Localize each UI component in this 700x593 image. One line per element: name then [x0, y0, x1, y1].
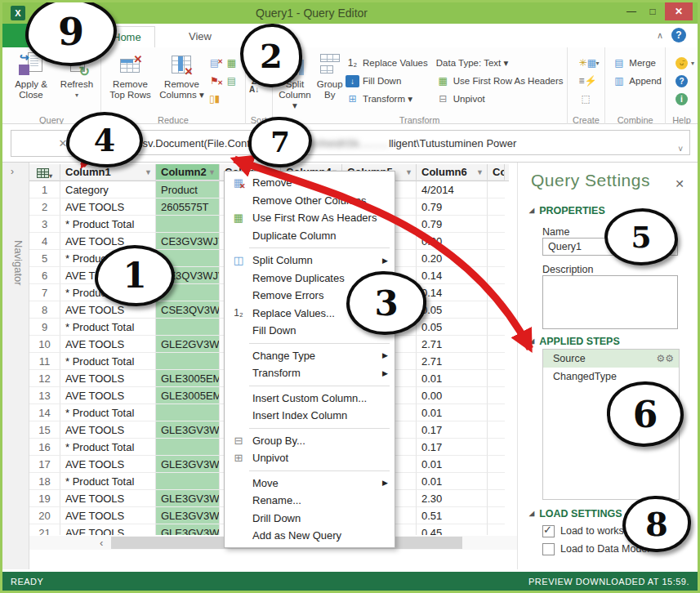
table-cell[interactable]: AVE TOOLS: [60, 524, 156, 535]
formula-expand-icon[interactable]: ˅: [678, 138, 683, 155]
table-cell[interactable]: 0.17: [417, 439, 488, 456]
table-cell[interactable]: AVE TOOLS: [60, 507, 156, 524]
table-cell[interactable]: AVE TOOLS: [60, 198, 156, 216]
menu-item[interactable]: Change Type▶: [225, 347, 395, 365]
table-cell[interactable]: AVE TOOLS: [60, 456, 156, 473]
table-cell[interactable]: [488, 284, 505, 301]
pane-close-icon[interactable]: ✕: [675, 177, 684, 190]
recent-sources-button[interactable]: ≡⚡: [579, 72, 600, 90]
menu-item[interactable]: ◫Split Column▶: [225, 252, 395, 270]
merge-columns-button[interactable]: ▯▮: [207, 90, 242, 108]
table-cell[interactable]: GLE3GV3WJ: [156, 507, 220, 524]
table-cell[interactable]: [488, 473, 505, 490]
table-cell[interactable]: 0.01: [417, 370, 488, 387]
table-cell[interactable]: 0.45: [417, 524, 488, 535]
load-to-worksheet-checkbox[interactable]: [542, 525, 555, 537]
table-cell[interactable]: * Product Total: [60, 473, 156, 490]
table-cell[interactable]: [156, 473, 220, 490]
navigator-expand-icon[interactable]: ›: [11, 166, 14, 177]
table-cell[interactable]: 0.01: [417, 404, 488, 421]
filter-icon[interactable]: ▼: [208, 164, 216, 181]
table-cell[interactable]: 0.14: [417, 284, 488, 301]
description-input[interactable]: [542, 275, 678, 329]
row-number[interactable]: 18: [29, 473, 60, 490]
maximize-button[interactable]: □: [642, 3, 663, 20]
row-number[interactable]: 17: [29, 456, 60, 473]
table-cell[interactable]: [488, 198, 505, 216]
row-number[interactable]: 20: [29, 507, 60, 524]
replace-values-button[interactable]: 1₂Replace Values: [346, 54, 428, 72]
row-number[interactable]: 19: [29, 490, 60, 507]
help-icon[interactable]: ?: [671, 28, 686, 42]
table-cell[interactable]: 0.01: [417, 473, 488, 490]
filter-icon[interactable]: ▼: [405, 164, 412, 181]
table-cell[interactable]: 2.30: [417, 490, 488, 507]
table-cell[interactable]: [488, 387, 505, 404]
row-number[interactable]: 7: [29, 284, 60, 301]
table-cell[interactable]: * Product Total: [60, 319, 156, 336]
row-number[interactable]: 12: [29, 370, 60, 387]
table-cell[interactable]: [488, 370, 505, 387]
table-cell[interactable]: [488, 301, 505, 319]
menu-item[interactable]: Remove Other Columns: [225, 192, 395, 210]
table-cell[interactable]: [488, 490, 505, 507]
table-cell[interactable]: 0.20: [417, 250, 488, 267]
row-number[interactable]: 5: [29, 250, 60, 267]
menu-item[interactable]: ⊞Unpivot: [225, 449, 395, 467]
table-cell[interactable]: 0.05: [417, 301, 488, 319]
table-cell[interactable]: 0.20: [417, 233, 488, 250]
collapse-ribbon-icon[interactable]: ∧: [657, 30, 663, 41]
menu-item[interactable]: ▦Remove: [225, 174, 395, 192]
column-header[interactable]: Column6▼: [417, 164, 488, 181]
menu-item[interactable]: Duplicate Column: [225, 227, 395, 245]
row-number[interactable]: 13: [29, 387, 60, 404]
table-cell[interactable]: 2605575T: [156, 198, 220, 216]
table-cell[interactable]: 0.14: [417, 267, 488, 284]
table-cell[interactable]: * Product Total: [60, 404, 156, 421]
formula-input[interactable]: = Csv.Document(File.Contents("C:\Users\h…: [118, 130, 690, 155]
table-cell[interactable]: 2.71: [417, 353, 488, 370]
append-button[interactable]: ▥Append: [612, 72, 662, 90]
menu-item[interactable]: Add as New Query: [225, 527, 395, 545]
table-cell[interactable]: [488, 456, 505, 473]
table-cell[interactable]: 0.00: [417, 387, 488, 404]
table-cell[interactable]: AVE TOOLS: [60, 490, 156, 507]
group-by-button[interactable]: Group By: [314, 51, 346, 100]
select-all-corner[interactable]: ▾: [29, 164, 60, 181]
row-number[interactable]: 3: [29, 216, 60, 233]
table-cell[interactable]: 2.71: [417, 336, 488, 353]
menu-item[interactable]: ⊟Group By...: [225, 432, 395, 450]
table-cell[interactable]: * Product Total: [60, 216, 156, 233]
table-cell[interactable]: [488, 250, 505, 267]
properties-header[interactable]: PROPERTIES: [529, 205, 605, 216]
load-to-data-model-checkbox[interactable]: [542, 543, 555, 555]
row-number[interactable]: 10: [29, 336, 60, 353]
table-cell[interactable]: AVE TOOLS: [60, 336, 156, 353]
table-cell[interactable]: [156, 353, 220, 370]
table-cell[interactable]: GLE2GV3WKT: [156, 336, 220, 353]
transform-button[interactable]: ⊞Transform ▾: [346, 90, 428, 108]
filter-icon[interactable]: ▼: [476, 164, 484, 181]
step-settings-gear-icon[interactable]: ⚙⚙: [656, 350, 674, 368]
table-cell[interactable]: 0.79: [417, 198, 488, 216]
table-cell[interactable]: [488, 507, 505, 524]
table-cell[interactable]: [488, 524, 505, 535]
applied-step[interactable]: Source⚙⚙: [543, 350, 679, 368]
row-number[interactable]: 8: [29, 301, 60, 319]
remove-duplicates-button[interactable]: ▤✕▦: [207, 54, 242, 72]
column-header[interactable]: Column2▼: [156, 164, 220, 181]
table-cell[interactable]: 0.51: [417, 507, 488, 524]
menu-item[interactable]: Drill Down: [225, 510, 395, 528]
menu-item[interactable]: Insert Index Column: [225, 407, 395, 425]
close-button[interactable]: ✕: [665, 2, 693, 20]
tab-view[interactable]: View: [176, 26, 225, 47]
table-cell[interactable]: Product: [156, 181, 220, 198]
feedback-button[interactable]: ᴗ̈▾: [675, 54, 694, 72]
filter-icon[interactable]: ▼: [145, 164, 152, 181]
table-cell[interactable]: Category: [60, 181, 156, 198]
data-type-button[interactable]: Data Type: Text ▾: [436, 54, 564, 72]
row-number[interactable]: 16: [29, 439, 60, 456]
table-cell[interactable]: CSE3QV3WJD: [156, 301, 220, 319]
table-cell[interactable]: AVE TOOLS: [60, 421, 156, 439]
table-cell[interactable]: GLE3GV3WE: [156, 456, 220, 473]
